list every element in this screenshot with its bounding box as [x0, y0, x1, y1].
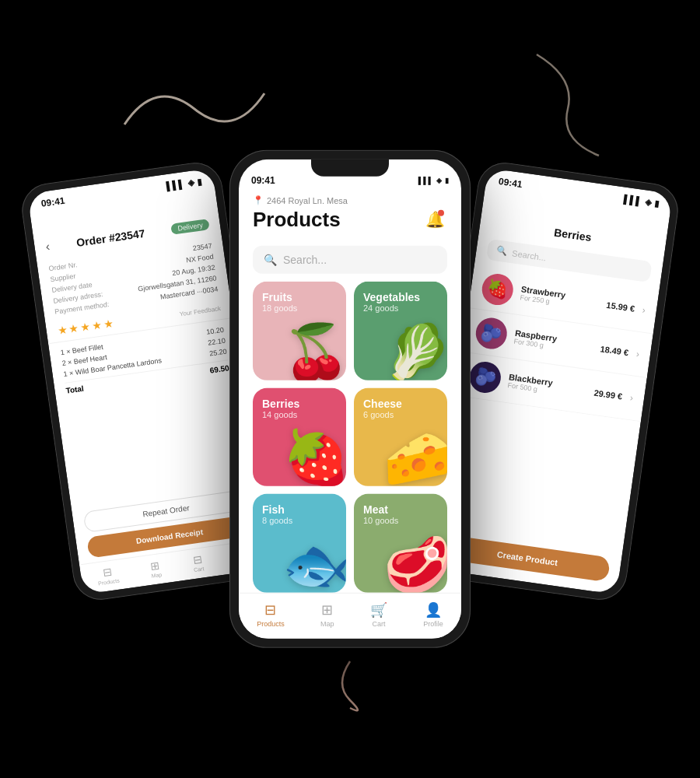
blackberry-chevron-icon: ›: [629, 392, 634, 403]
berries-count: 14 goods: [262, 409, 337, 419]
right-status-icons: ▌▌▌ ◈ ▮: [623, 194, 660, 209]
bell-button[interactable]: 🔔: [422, 207, 447, 232]
map-nav-label: Map: [151, 572, 162, 579]
center-search-icon: 🔍: [264, 254, 277, 266]
rating-stars: ★ ★ ★ ★ ★: [57, 317, 115, 337]
center-page-title: Products: [253, 207, 341, 231]
order-title: Order #23547: [75, 227, 145, 249]
center-title-row: Products 🔔: [253, 207, 447, 232]
center-search-bar[interactable]: 🔍 Search...: [253, 246, 447, 274]
fish-count: 8 goods: [262, 516, 337, 525]
item-1-price: 10.20: [206, 326, 225, 336]
address-text: 2464 Royal Ln. Mesa: [267, 195, 348, 205]
raspberry-emoji: 🫐: [480, 322, 503, 345]
center-phone: 09:41 ▌▌▌ ◈ ▮ 📍 2464 Royal Ln. Mesa Prod…: [229, 150, 471, 648]
meat-emoji: 🥩: [383, 533, 447, 593]
center-cart-label: Cart: [372, 620, 385, 628]
strawberry-chevron-icon: ›: [642, 304, 646, 315]
back-button[interactable]: ‹: [44, 240, 51, 254]
fish-emoji: 🐟: [282, 533, 346, 593]
center-products-icon: ⊟: [264, 601, 276, 619]
signal-icon: ▌▌▌: [166, 179, 185, 191]
star-5: ★: [103, 317, 114, 331]
categories-grid: Fruits 18 goods 🍒 Vegetables 24 goods 🥬 …: [239, 282, 461, 593]
strawberry-price: 15.99 €: [606, 300, 635, 314]
item-3-price: 25.20: [209, 348, 228, 358]
raspberry-info: Raspberry For 300 g: [513, 328, 593, 356]
blackberry-info: Blackberry For 500 g: [507, 372, 587, 400]
right-search-icon: 🔍: [496, 246, 509, 258]
left-status-icons: ▌▌▌ ◈ ▮: [166, 176, 202, 191]
berry-list: 🍓 Strawberry For 250 g 15.99 € › 🫐 R: [456, 265, 659, 422]
center-wifi-icon: ◈: [436, 177, 442, 184]
center-header: 📍 2464 Royal Ln. Mesa Products 🔔: [239, 189, 461, 238]
fish-label: Fish: [262, 503, 337, 516]
category-meat[interactable]: Meat 10 goods 🥩: [354, 494, 447, 593]
top-right-squiggle: [529, 47, 622, 163]
vegetables-label: Vegetables: [363, 291, 438, 303]
center-time: 09:41: [251, 175, 275, 186]
left-nav-products[interactable]: ⊟ Products: [96, 565, 120, 587]
bottom-squiggle: [311, 654, 389, 716]
center-battery-icon: ▮: [445, 177, 449, 184]
blackberry-image: 🫐: [467, 359, 502, 394]
category-fish[interactable]: Fish 8 goods 🐟: [253, 494, 346, 593]
top-left-squiggle: [117, 62, 272, 156]
battery-icon: ▮: [196, 176, 202, 187]
right-time: 09:41: [498, 176, 523, 190]
location-icon: 📍: [253, 195, 264, 205]
category-berries[interactable]: Berries 14 goods 🍓: [253, 387, 346, 486]
center-nav-profile[interactable]: 👤 Profile: [423, 601, 443, 628]
strawberry-info: Strawberry For 250 g: [520, 284, 600, 312]
total-label: Total: [65, 384, 84, 395]
category-cheese[interactable]: Cheese 6 goods 🧀: [354, 387, 447, 486]
notification-dot: [438, 210, 444, 216]
center-search-placeholder: Search...: [283, 254, 327, 266]
meat-label: Meat: [363, 503, 438, 516]
products-nav-label: Products: [98, 578, 120, 587]
right-search-placeholder: Search...: [512, 248, 547, 262]
left-nav-map[interactable]: ⊞ Map: [149, 559, 163, 579]
blackberry-emoji: 🫐: [474, 366, 497, 389]
cheese-emoji: 🧀: [383, 426, 447, 486]
center-nav-cart[interactable]: 🛒 Cart: [370, 601, 387, 628]
center-signal-icon: ▌▌▌: [418, 177, 433, 184]
fruits-count: 18 goods: [262, 303, 337, 313]
center-profile-label: Profile: [423, 620, 443, 628]
vegetables-emoji: 🥬: [383, 320, 447, 380]
fruits-label: Fruits: [262, 291, 337, 303]
star-2: ★: [68, 322, 80, 336]
phone-notch: [311, 159, 389, 177]
fruits-emoji: 🍒: [282, 320, 346, 380]
berries-emoji: 🍓: [282, 426, 346, 486]
raspberry-price: 18.49 €: [600, 344, 629, 357]
cheese-label: Cheese: [363, 397, 438, 409]
center-map-icon: ⊞: [321, 601, 333, 619]
cart-nav-icon: ⊟: [192, 553, 203, 567]
center-profile-icon: 👤: [425, 601, 442, 619]
berries-label: Berries: [262, 397, 337, 409]
left-time: 09:41: [40, 195, 65, 209]
center-map-label: Map: [320, 620, 334, 628]
star-4: ★: [91, 319, 103, 333]
vegetables-count: 24 goods: [363, 303, 438, 313]
category-vegetables[interactable]: Vegetables 24 goods 🥬: [354, 282, 447, 380]
category-fruits[interactable]: Fruits 18 goods 🍒: [253, 282, 346, 380]
products-nav-icon: ⊟: [102, 566, 113, 580]
map-nav-icon: ⊞: [150, 559, 161, 573]
center-phone-screen: 09:41 ▌▌▌ ◈ ▮ 📍 2464 Royal Ln. Mesa Prod…: [239, 159, 461, 639]
right-wifi-icon: ◈: [644, 197, 652, 208]
star-1: ★: [57, 324, 68, 338]
strawberry-emoji: 🍓: [486, 278, 509, 301]
meat-count: 10 goods: [363, 516, 438, 525]
item-2-price: 22.10: [208, 337, 226, 347]
cheese-count: 6 goods: [363, 409, 438, 419]
wifi-icon: ◈: [187, 177, 194, 188]
cart-nav-label: Cart: [194, 566, 205, 573]
center-nav-map[interactable]: ⊞ Map: [320, 601, 334, 628]
center-nav-products[interactable]: ⊟ Products: [257, 601, 285, 628]
left-nav-cart[interactable]: ⊟ Cart: [191, 552, 204, 573]
right-battery-icon: ▮: [653, 198, 660, 209]
center-address: 📍 2464 Royal Ln. Mesa: [253, 195, 447, 205]
raspberry-chevron-icon: ›: [635, 349, 640, 359]
